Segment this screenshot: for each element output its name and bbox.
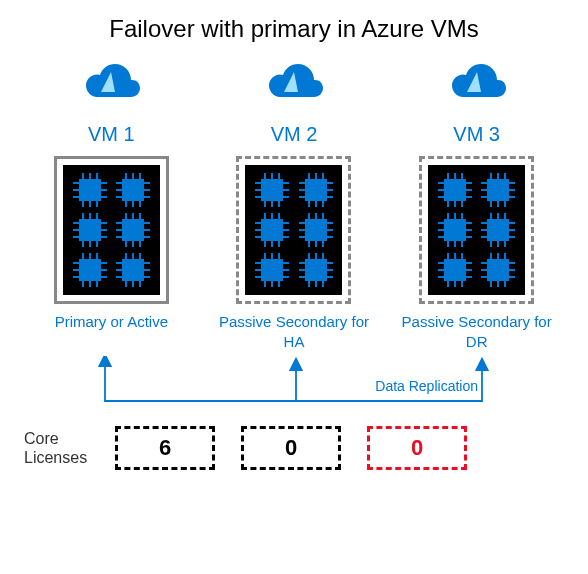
vm-cores-grid — [428, 165, 525, 295]
cpu-core-icon — [481, 173, 515, 207]
cpu-core-icon — [481, 213, 515, 247]
cpu-core-icon — [299, 253, 333, 287]
cpu-core-icon — [438, 253, 472, 287]
cpu-core-icon — [116, 253, 150, 287]
cpu-core-icon — [116, 213, 150, 247]
cpu-core-icon — [73, 253, 107, 287]
svg-rect-182 — [444, 219, 466, 241]
vm-row: VM 1 Primary or Active VM 2 — [20, 53, 568, 351]
vm-name: VM 2 — [271, 123, 318, 146]
svg-rect-13 — [122, 179, 144, 201]
svg-rect-91 — [305, 179, 327, 201]
diagram-title: Failover with primary in Azure VMs — [20, 15, 568, 43]
cpu-core-icon — [73, 173, 107, 207]
vm-role: Primary or Active — [55, 312, 168, 332]
cpu-core-icon — [438, 213, 472, 247]
vm-box-active — [54, 156, 169, 304]
cpu-core-icon — [299, 213, 333, 247]
svg-rect-117 — [305, 219, 327, 241]
svg-rect-130 — [261, 259, 283, 281]
azure-cloud-icon — [77, 53, 145, 113]
license-box: 0 — [367, 426, 467, 470]
svg-rect-221 — [487, 259, 509, 281]
azure-cloud-icon — [443, 53, 511, 113]
replication-label: Data Replication — [375, 378, 478, 394]
cpu-core-icon — [73, 213, 107, 247]
vm-role: Passive Secondary for HA — [209, 312, 379, 351]
svg-rect-143 — [305, 259, 327, 281]
cpu-core-icon — [299, 173, 333, 207]
svg-rect-26 — [79, 219, 101, 241]
license-box: 6 — [115, 426, 215, 470]
svg-rect-195 — [487, 219, 509, 241]
svg-rect-39 — [122, 219, 144, 241]
vm-name: VM 1 — [88, 123, 135, 146]
core-licenses-label: Core Licenses — [24, 429, 89, 467]
svg-rect-65 — [122, 259, 144, 281]
vm-cores-grid — [63, 165, 160, 295]
cpu-core-icon — [255, 213, 289, 247]
vm-name: VM 3 — [453, 123, 500, 146]
svg-rect-0 — [79, 179, 101, 201]
cpu-core-icon — [438, 173, 472, 207]
vm-role: Passive Secondary for DR — [392, 312, 562, 351]
replication-flow: Data Replication — [20, 356, 568, 416]
vm-box-passive — [236, 156, 351, 304]
license-box: 0 — [241, 426, 341, 470]
cpu-core-icon — [255, 173, 289, 207]
svg-rect-208 — [444, 259, 466, 281]
vm-column: VM 2 Passive Secondary for HA — [209, 53, 379, 351]
vm-box-passive — [419, 156, 534, 304]
cpu-core-icon — [255, 253, 289, 287]
svg-rect-104 — [261, 219, 283, 241]
azure-cloud-icon — [260, 53, 328, 113]
vm-cores-grid — [245, 165, 342, 295]
cpu-core-icon — [481, 253, 515, 287]
svg-rect-78 — [261, 179, 283, 201]
svg-rect-169 — [487, 179, 509, 201]
svg-rect-156 — [444, 179, 466, 201]
cpu-core-icon — [116, 173, 150, 207]
vm-column: VM 3 Passive Secondary for DR — [392, 53, 562, 351]
license-row: Core Licenses 6 0 0 — [20, 426, 568, 470]
vm-column: VM 1 Primary or Active — [26, 53, 196, 332]
svg-rect-52 — [79, 259, 101, 281]
